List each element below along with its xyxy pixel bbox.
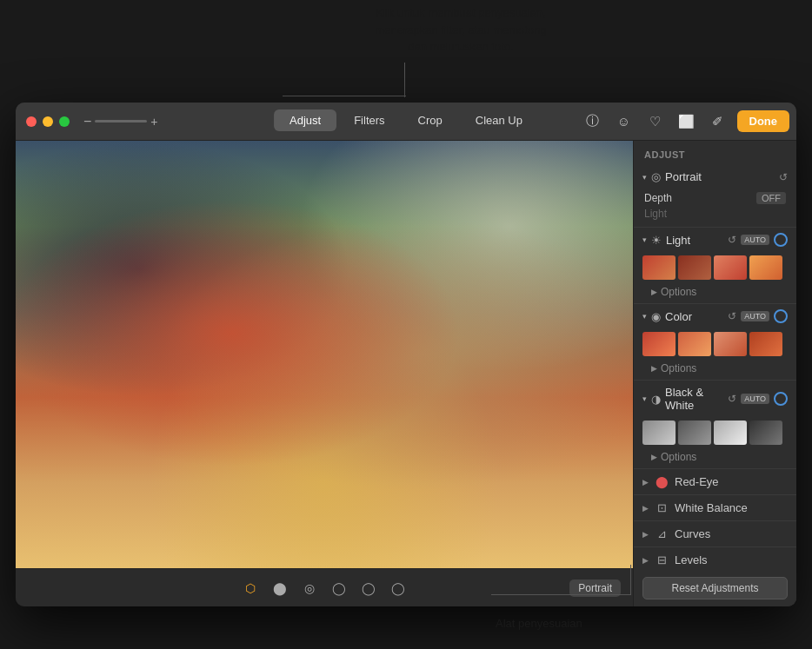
curves-label: Curves [675, 527, 788, 540]
bw-thumb-2[interactable] [678, 421, 711, 445]
heart-button[interactable]: ♡ [643, 109, 668, 134]
light-options[interactable]: ▶ Options [634, 283, 796, 303]
red-eye-label: Red-Eye [675, 475, 788, 488]
callout-line1: Klik untuk membuat penyesuaian, [376, 6, 545, 19]
info-button[interactable]: ⓘ [581, 109, 605, 134]
depth-label: Depth [644, 192, 672, 204]
chevron-down-icon: ▾ [642, 312, 647, 321]
depth-row: Depth OFF [644, 192, 786, 204]
list-item-red-eye[interactable]: ▶ ⬤ Red-Eye [634, 469, 796, 495]
photo-container [16, 141, 633, 568]
color-options[interactable]: ▶ Options [634, 360, 796, 380]
color-circle-toggle[interactable] [774, 309, 788, 323]
tool-icon-1[interactable]: ⬡ [241, 579, 260, 598]
tool-icon-3[interactable]: ◎ [300, 579, 319, 598]
bw-auto-badge[interactable]: AUTO [741, 394, 769, 404]
light-thumb-3[interactable] [714, 255, 747, 280]
section-portrait-header[interactable]: ▾ ◎ Portrait ↺ [634, 165, 796, 189]
face-button[interactable]: ☺ [612, 109, 636, 134]
depth-value[interactable]: OFF [756, 192, 786, 204]
close-button[interactable] [26, 116, 37, 127]
color-auto-badge[interactable]: AUTO [741, 311, 769, 321]
color-reset-icon[interactable]: ↺ [728, 310, 736, 322]
bottom-callout-text: Alat penyesuaian [496, 617, 582, 630]
section-portrait: ▾ ◎ Portrait ↺ Depth OFF Light [634, 165, 796, 228]
zoom-plus-icon[interactable]: + [150, 115, 157, 129]
minimize-button[interactable] [43, 116, 53, 127]
callout-line-horizontal [283, 96, 406, 96]
bottom-callout-line-h [491, 594, 631, 595]
section-bw-title: Black & White [665, 386, 723, 412]
list-item-levels[interactable]: ▶ ⊟ Levels [634, 547, 796, 570]
traffic-lights [26, 116, 70, 127]
chevron-right-icon: ▶ [642, 530, 649, 539]
chevron-right-icon: ▶ [642, 504, 649, 513]
bw-thumb-1[interactable] [642, 421, 676, 445]
tab-filters[interactable]: Filters [338, 109, 400, 131]
edit-button[interactable]: ✐ [706, 109, 730, 134]
options-chevron-icon: ▶ [651, 364, 657, 373]
bw-options[interactable]: ▶ Options [634, 448, 796, 468]
callout-area: Klik untuk membuat penyesuaian, menerapk… [0, 0, 812, 104]
bw-circle-toggle[interactable] [774, 392, 788, 406]
zoom-minus-icon[interactable]: − [83, 115, 91, 129]
light-reset-icon[interactable]: ↺ [728, 234, 736, 246]
color-thumb-2[interactable] [678, 332, 711, 356]
color-thumbs [634, 328, 796, 360]
panel-scroll[interactable]: ▾ ◎ Portrait ↺ Depth OFF Light [634, 165, 796, 570]
tool-icon-2[interactable]: ⬤ [270, 579, 290, 598]
chevron-down-icon: ▾ [642, 394, 647, 403]
bw-options-label: Options [661, 451, 696, 463]
color-thumb-1[interactable] [642, 332, 676, 356]
bw-thumb-4[interactable] [749, 421, 782, 445]
section-color-header[interactable]: ▾ ◉ Color ↺ AUTO [634, 304, 796, 328]
portrait-reset-icon[interactable]: ↺ [779, 171, 788, 183]
levels-label: Levels [675, 553, 788, 566]
color-thumb-3[interactable] [714, 332, 747, 356]
section-color: ▾ ◉ Color ↺ AUTO [634, 304, 796, 381]
section-color-title: Color [665, 310, 723, 323]
light-thumb-2[interactable] [678, 255, 711, 280]
panel-header: ADJUST [634, 141, 796, 165]
chevron-right-icon: ▶ [642, 478, 649, 487]
tab-cleanup[interactable]: Clean Up [460, 109, 538, 131]
chevron-right-icon: ▶ [642, 556, 649, 565]
light-thumb-1[interactable] [642, 255, 676, 280]
titlebar: − + Adjust Filters Crop Clean Up ⓘ ☺ ♡ ⬜… [16, 103, 796, 141]
light-thumbs [634, 252, 796, 283]
chevron-down-icon: ▾ [642, 173, 647, 182]
zoom-slider[interactable] [95, 120, 147, 123]
bw-thumb-3[interactable] [714, 421, 747, 445]
share-button[interactable]: ⬜ [675, 109, 699, 134]
done-button[interactable]: Done [737, 110, 790, 132]
levels-icon: ⊟ [654, 553, 669, 566]
tool-icon-6[interactable]: ◯ [389, 579, 408, 598]
bw-section-icon: ◑ [651, 393, 661, 406]
section-light-header[interactable]: ▾ ☀ Light ↺ AUTO [634, 228, 796, 252]
callout-line2: menerapkan filter, atau memotong [375, 23, 546, 36]
tab-crop[interactable]: Crop [403, 109, 458, 131]
fullscreen-button[interactable] [59, 116, 70, 127]
color-thumb-4[interactable] [749, 332, 782, 356]
list-item-white-balance[interactable]: ▶ ⊡ White Balance [634, 495, 796, 521]
light-circle-toggle[interactable] [774, 233, 788, 247]
tool-icon-4[interactable]: ◯ [329, 579, 349, 598]
red-eye-icon: ⬤ [654, 475, 669, 488]
portrait-light-label: Light [644, 208, 786, 220]
photo-simulation [16, 141, 633, 568]
titlebar-right: ⓘ ☺ ♡ ⬜ ✐ Done [581, 109, 790, 134]
options-chevron-icon: ▶ [651, 288, 657, 296]
list-item-curves[interactable]: ▶ ⊿ Curves [634, 521, 796, 547]
tab-adjust[interactable]: Adjust [274, 109, 336, 131]
main-window: − + Adjust Filters Crop Clean Up ⓘ ☺ ♡ ⬜… [16, 103, 796, 606]
right-panel: ADJUST ▾ ◎ Portrait ↺ Depth OFF [633, 141, 796, 606]
section-bw-header[interactable]: ▾ ◑ Black & White ↺ AUTO [634, 381, 796, 417]
content-area: ⬡ ⬤ ◎ ◯ ◯ ◯ Portrait ADJUST ▾ ◎ Portrait [16, 141, 796, 606]
light-auto-badge[interactable]: AUTO [741, 235, 769, 245]
photo [16, 141, 633, 568]
light-thumb-4[interactable] [749, 255, 782, 280]
tool-icon-5[interactable]: ◯ [359, 579, 378, 598]
reset-adjustments-button[interactable]: Reset Adjustments [642, 577, 788, 599]
bw-reset-icon[interactable]: ↺ [728, 393, 736, 405]
photo-area: ⬡ ⬤ ◎ ◯ ◯ ◯ Portrait [16, 141, 633, 606]
